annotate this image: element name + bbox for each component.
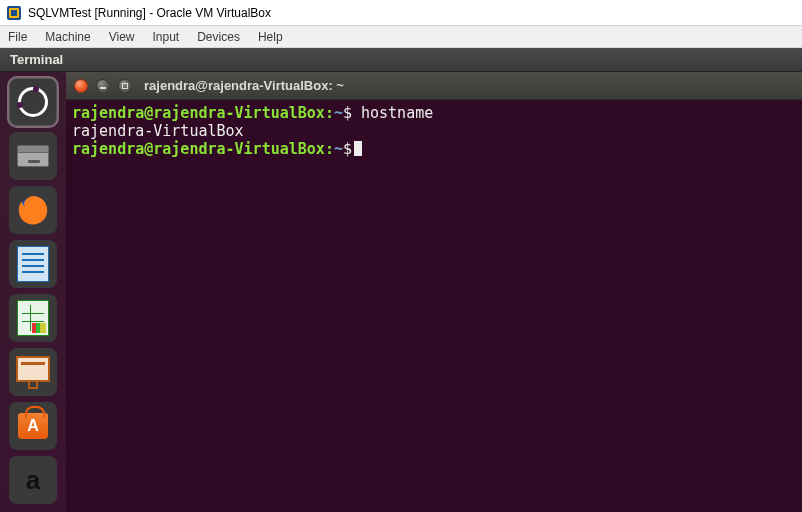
- command-1: hostname: [361, 104, 433, 122]
- virtualbox-menubar: File Machine View Input Devices Help: [0, 26, 802, 48]
- terminal-body[interactable]: rajendra@rajendra-VirtualBox:~$ hostname…: [66, 100, 802, 162]
- svg-rect-2: [11, 10, 17, 16]
- files-icon: [17, 145, 49, 167]
- launcher-files[interactable]: [9, 132, 57, 180]
- active-app-title: Terminal: [10, 52, 63, 67]
- launcher-writer[interactable]: [9, 240, 57, 288]
- terminal-cursor: [354, 141, 362, 156]
- writer-icon: [17, 246, 49, 282]
- prompt-path: ~: [334, 104, 343, 122]
- launcher-amazon[interactable]: a: [9, 456, 57, 504]
- prompt-symbol: $: [343, 104, 352, 122]
- menu-input[interactable]: Input: [153, 30, 180, 44]
- amazon-icon: a: [26, 465, 40, 496]
- unity-launcher: a: [0, 72, 66, 512]
- prompt-user-host-2: rajendra@rajendra-VirtualBox: [72, 140, 325, 158]
- virtualbox-titlebar[interactable]: SQLVMTest [Running] - Oracle VM VirtualB…: [0, 0, 802, 26]
- virtualbox-logo-icon: [6, 5, 22, 21]
- firefox-icon: [14, 190, 52, 231]
- menu-machine[interactable]: Machine: [45, 30, 90, 44]
- window-minimize-button[interactable]: [96, 79, 110, 93]
- prompt-symbol-2: $: [343, 140, 352, 158]
- menu-file[interactable]: File: [8, 30, 27, 44]
- impress-icon: [16, 356, 50, 389]
- window-close-button[interactable]: [74, 79, 88, 93]
- launcher-dash[interactable]: [9, 78, 57, 126]
- window-maximize-button[interactable]: [118, 79, 132, 93]
- menu-view[interactable]: View: [109, 30, 135, 44]
- launcher-impress[interactable]: [9, 348, 57, 396]
- calc-icon: [17, 300, 49, 336]
- launcher-firefox[interactable]: [9, 186, 57, 234]
- terminal-title: rajendra@rajendra-VirtualBox: ~: [144, 78, 344, 93]
- guest-desktop: Terminal a: [0, 48, 802, 512]
- launcher-ubuntu-software[interactable]: [9, 402, 57, 450]
- unity-top-panel[interactable]: Terminal: [0, 48, 802, 72]
- prompt-path-2: ~: [334, 140, 343, 158]
- shopping-bag-icon: [18, 413, 48, 439]
- menu-devices[interactable]: Devices: [197, 30, 240, 44]
- output-1: rajendra-VirtualBox: [72, 122, 244, 140]
- ubuntu-logo-icon: [18, 87, 48, 117]
- terminal-window: rajendra@rajendra-VirtualBox: ~ rajendra…: [66, 72, 802, 512]
- virtualbox-window-title: SQLVMTest [Running] - Oracle VM VirtualB…: [28, 6, 271, 20]
- launcher-calc[interactable]: [9, 294, 57, 342]
- menu-help[interactable]: Help: [258, 30, 283, 44]
- terminal-titlebar[interactable]: rajendra@rajendra-VirtualBox: ~: [66, 72, 802, 100]
- prompt-user-host: rajendra@rajendra-VirtualBox: [72, 104, 325, 122]
